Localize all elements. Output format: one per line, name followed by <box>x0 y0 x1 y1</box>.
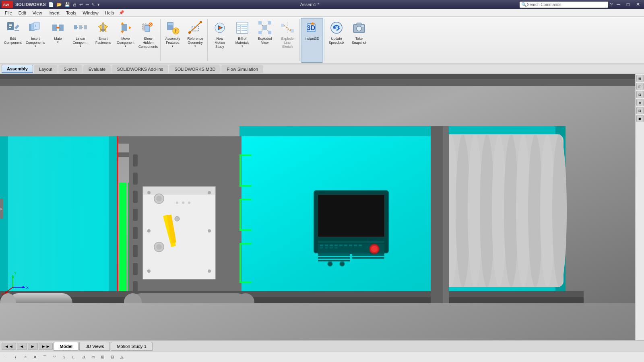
svg-point-135 <box>208 191 211 194</box>
svg-marker-25 <box>129 26 131 29</box>
svg-text:3D: 3D <box>307 25 315 31</box>
move-component-button[interactable]: MoveComponent ▾ <box>114 18 137 63</box>
menu-window[interactable]: Window <box>80 10 102 16</box>
reference-geometry-button[interactable]: ReferenceGeometry ▾ <box>184 18 206 63</box>
sketch-tool-6[interactable]: ⊿ <box>79 353 88 362</box>
sketch-tool-circle[interactable]: ○ <box>21 353 30 362</box>
sketch-tool-arc[interactable]: ⌒ <box>40 353 49 362</box>
sketch-tool-line[interactable]: / <box>11 353 20 362</box>
svg-rect-17 <box>79 25 82 29</box>
tab-assembly[interactable]: Assembly <box>2 65 33 73</box>
mate-icon <box>50 20 66 36</box>
bill-of-materials-button[interactable]: Bill ofMaterials ▾ <box>231 18 254 63</box>
svg-rect-120 <box>133 154 138 167</box>
window-title: Assem1 * <box>300 2 319 7</box>
help-icon[interactable]: ? <box>610 2 613 8</box>
show-hidden-button[interactable]: ShowHiddenComponents <box>137 18 159 63</box>
side-icon-2[interactable]: ◫ <box>636 83 644 90</box>
svg-rect-173 <box>239 229 252 231</box>
linear-component-button[interactable]: LinearCompon... ▾ <box>69 18 92 63</box>
menu-tools[interactable]: Tools <box>63 10 80 16</box>
menu-edit[interactable]: Edit <box>15 10 29 16</box>
menu-help[interactable]: Help <box>102 10 118 16</box>
svg-point-134 <box>147 191 151 194</box>
side-icon-3[interactable]: ⊡ <box>636 91 644 98</box>
close-button[interactable]: ✕ <box>634 2 642 7</box>
svg-text:X: X <box>26 286 29 290</box>
svg-point-143 <box>175 216 180 221</box>
sketch-tool-fillet[interactable]: ⌔ <box>50 353 59 362</box>
viewport-scene: X Y Z- ▶ <box>0 74 644 303</box>
search-input[interactable] <box>527 2 601 7</box>
svg-rect-88 <box>117 136 118 303</box>
svg-rect-48 <box>237 28 240 29</box>
search-box[interactable]: 🔍 <box>520 2 608 8</box>
explode-line-sketch-button[interactable]: ExplodeLineSketch <box>276 18 299 63</box>
tab-model[interactable]: Model <box>54 342 78 351</box>
svg-rect-50 <box>237 30 240 31</box>
explode-line-sketch-icon <box>279 20 295 36</box>
side-icon-1[interactable]: ⊞ <box>636 75 644 82</box>
tab-sketch[interactable]: Sketch <box>58 65 83 73</box>
insert-components-button[interactable]: + InsertComponents ▾ <box>24 18 47 63</box>
tab-flow-simulation[interactable]: Flow Simulation <box>221 65 263 73</box>
svg-rect-128 <box>143 187 215 279</box>
svg-rect-168 <box>239 154 241 187</box>
sketch-tool-grid[interactable]: ⊟ <box>108 353 117 362</box>
nav-first-button[interactable]: ◄◄ <box>2 343 16 350</box>
svg-rect-122 <box>133 191 138 203</box>
assembly-features-button[interactable]: f AssemblyFeatures ▾ <box>161 18 184 63</box>
sketch-tool-triangle[interactable]: △ <box>118 353 126 362</box>
update-speedpak-button[interactable]: SPK UpdateSpeedpak <box>325 18 348 63</box>
take-snapshot-button[interactable]: TakeSnapshot <box>348 18 370 63</box>
svg-rect-55 <box>258 31 262 34</box>
sketch-tool-8[interactable]: ⊞ <box>98 353 107 362</box>
side-icon-6[interactable]: ▣ <box>636 115 644 122</box>
insert-components-arrow: ▾ <box>35 45 36 48</box>
tab-3d-views[interactable]: 3D Views <box>79 342 110 351</box>
svg-rect-116 <box>318 260 350 261</box>
sketch-tool-mirror[interactable]: ⌂ <box>60 353 68 362</box>
svg-rect-4 <box>9 25 12 26</box>
svg-rect-61 <box>281 24 284 27</box>
menu-view[interactable]: View <box>29 10 45 16</box>
svg-rect-5 <box>9 27 11 28</box>
undo-icon[interactable]: ↩ <box>79 2 83 7</box>
menu-file[interactable]: File <box>2 10 15 16</box>
tab-evaluate[interactable]: Evaluate <box>83 65 111 73</box>
side-icon-5[interactable]: ⊟ <box>636 107 644 114</box>
tab-solidworks-mbd[interactable]: SOLIDWORKS MBD <box>169 65 221 73</box>
tab-layout[interactable]: Layout <box>34 65 58 73</box>
minimize-button[interactable]: ─ <box>614 2 623 7</box>
sketch-tool-5[interactable]: ∟ <box>69 353 78 362</box>
app-name: SOLIDWORKS <box>15 2 46 7</box>
tab-motion-study-1[interactable]: Motion Study 1 <box>111 342 152 351</box>
nav-prev-button[interactable]: ◄ <box>17 343 27 350</box>
nav-next-button[interactable]: ► <box>28 343 38 350</box>
restore-button[interactable]: □ <box>624 2 632 7</box>
nav-last-button[interactable]: ►► <box>39 343 53 350</box>
sketch-tool-7[interactable]: ▭ <box>89 353 97 362</box>
menu-bar: File Edit View Insert Tools Window Help … <box>0 9 644 17</box>
instant3d-button[interactable]: 3D Instant3D <box>301 18 323 63</box>
svg-text:SW: SW <box>3 3 9 7</box>
smart-fasteners-button[interactable]: SmartFasteners <box>92 18 114 63</box>
ribbon-separator-4 <box>324 19 324 61</box>
redo-icon[interactable]: ↪ <box>85 2 89 7</box>
sketch-tool-1[interactable]: · <box>2 353 10 362</box>
edit-component-button[interactable]: EditComponent <box>2 18 24 63</box>
help-dropdown: ▾ <box>97 2 100 7</box>
title-bar: SW SOLIDWORKS 📄 📂 💾 🖨 ↩ ↪ ↖ ▾ Assem1 * 🔍… <box>0 0 644 9</box>
tab-solidworks-addins[interactable]: SOLIDWORKS Add-Ins <box>111 65 168 73</box>
exploded-view-button[interactable]: ExplodedView <box>254 18 276 63</box>
svg-rect-98 <box>325 245 328 246</box>
menu-insert[interactable]: Insert <box>45 10 63 16</box>
side-icon-4[interactable]: ◈ <box>636 99 644 106</box>
mate-button[interactable]: Mate ▾ <box>47 18 69 63</box>
title-left: SW SOLIDWORKS 📄 📂 💾 🖨 ↩ ↪ ↖ ▾ <box>2 1 100 8</box>
new-motion-study-button[interactable]: NewMotionStudy <box>208 18 231 63</box>
svg-rect-171 <box>239 199 241 231</box>
svg-rect-18 <box>84 25 87 29</box>
ribbon-separator-3 <box>299 19 300 61</box>
sketch-tool-x[interactable]: ✕ <box>31 353 39 362</box>
